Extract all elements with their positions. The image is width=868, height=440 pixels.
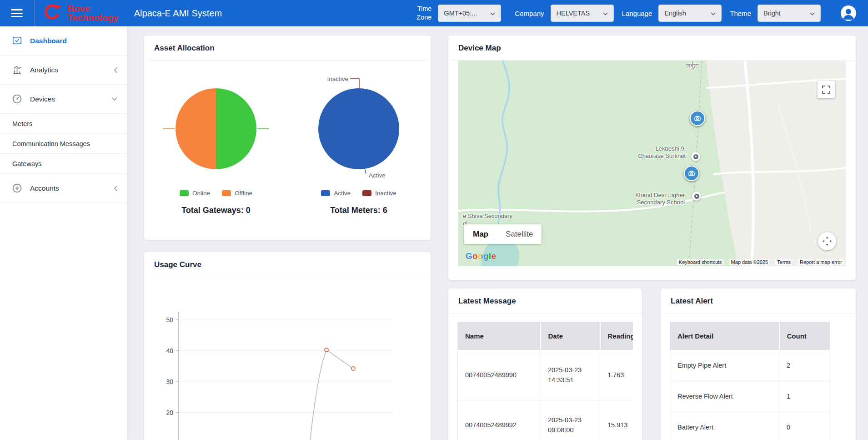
timezone-select[interactable]: GMT+05:... xyxy=(438,5,501,22)
pie-slice-offline xyxy=(176,88,216,169)
topbar-divider xyxy=(35,0,35,26)
stop-marker-1[interactable] xyxy=(691,152,700,161)
menu-toggle-button[interactable] xyxy=(11,8,25,18)
theme-select[interactable]: Bright xyxy=(758,5,821,22)
y-tick-40: 40 xyxy=(166,347,173,354)
map-fullscreen-button[interactable] xyxy=(818,81,835,98)
usage-curve-title: Usage Curve xyxy=(144,252,431,277)
sidebar-item-label: Accounts xyxy=(30,184,59,192)
report-map-error-link[interactable]: Report a map error xyxy=(798,259,844,265)
map-place-jarbuta: जर्बुटा xyxy=(686,62,699,70)
accounts-icon xyxy=(11,182,23,194)
chevron-left-icon xyxy=(114,67,118,73)
asset-allocation-title: Asset Allocation xyxy=(144,35,431,61)
map-type-control: Map Satellite xyxy=(464,224,542,244)
company-value: HELVETAS xyxy=(557,10,590,17)
table-row: Battery Alert 0 xyxy=(670,412,830,440)
column-header-alert-detail: Alert Detail xyxy=(670,322,779,350)
chevron-left-icon xyxy=(114,185,118,192)
sidebar-item-label: Devices xyxy=(30,95,55,103)
sidebar-item-label: Dashboard xyxy=(30,37,67,45)
total-meters: Total Meters: 6 xyxy=(330,206,387,215)
company-select[interactable]: HELVETAS xyxy=(551,5,614,22)
gateways-pie-block: Online Offline Total Gateways: 0 xyxy=(159,70,273,215)
pie-slice-active xyxy=(318,88,399,169)
cell-reading: 1.763 xyxy=(600,350,633,400)
map-type-satellite-button[interactable]: Satellite xyxy=(497,224,542,244)
google-logo[interactable]: Google xyxy=(466,251,496,261)
cell-name: 00740052489990 xyxy=(458,350,541,400)
map-pan-control[interactable] xyxy=(818,232,836,250)
latest-alert-title: Latest Alert xyxy=(661,288,856,314)
total-gateways: Total Gateways: 0 xyxy=(181,206,251,215)
devices-icon xyxy=(11,93,23,105)
timezone-label: Time Zone xyxy=(410,5,431,22)
cell-count: 1 xyxy=(779,381,830,412)
theme-value: Bright xyxy=(763,10,781,17)
cell-alert-detail: Empty Pipe Alert xyxy=(670,350,779,381)
cell-alert-detail: Reverse Flow Alert xyxy=(670,381,779,412)
language-select[interactable]: English xyxy=(658,5,722,22)
usage-marker-2 xyxy=(351,367,355,370)
user-avatar-button[interactable] xyxy=(840,5,857,22)
chevron-down-icon xyxy=(490,10,495,17)
inactive-callout-label: Inactive xyxy=(327,76,348,82)
sidebar-item-meters[interactable]: Meters xyxy=(0,114,127,134)
main-content: Asset Allocation Online xyxy=(127,26,868,440)
stop-marker-2[interactable] xyxy=(692,192,701,201)
column-header-name: Name xyxy=(458,322,541,350)
legend-item-offline: Offline xyxy=(222,190,252,197)
y-tick-20: 20 xyxy=(166,409,173,416)
sidebar-item-accounts[interactable]: Accounts xyxy=(0,174,127,203)
sidebar-item-analytics[interactable]: Analytics xyxy=(0,56,127,85)
analytics-icon xyxy=(11,64,23,76)
sidebar-subitem-label: Communication Messages xyxy=(12,140,90,147)
column-header-reading: Reading xyxy=(600,322,633,350)
app-title: Alpaca-E AMI System xyxy=(134,8,222,19)
fullscreen-icon xyxy=(822,86,830,94)
language-label: Language xyxy=(622,10,652,17)
brand-name-line1: Bove xyxy=(67,4,119,13)
chevron-down-icon xyxy=(603,10,608,17)
sidebar-item-communication-messages[interactable]: Communication Messages xyxy=(0,134,127,154)
cell-reading: 15.913 xyxy=(600,400,633,440)
meter-device-icon xyxy=(693,114,702,123)
device-marker-1[interactable] xyxy=(690,111,705,126)
map-canvas[interactable]: जर्बुटा Lekbeshi 9, Chaurase Surkhet Kha… xyxy=(458,61,846,266)
terms-link[interactable]: Terms xyxy=(775,259,793,265)
sidebar-item-label: Analytics xyxy=(30,66,58,74)
chevron-down-icon xyxy=(111,97,118,101)
sidebar-subitem-label: Gateways xyxy=(12,160,41,167)
theme-label: Theme xyxy=(730,10,751,17)
usage-curve-chart: 50 40 30 20 xyxy=(144,277,431,440)
map-data-text: Map data ©2025 xyxy=(729,259,770,265)
device-marker-2[interactable] xyxy=(684,166,699,181)
sidebar: Dashboard Analytics Devices Meters Commu… xyxy=(0,26,127,440)
cell-count: 0 xyxy=(779,412,830,440)
meters-pie-block: Inactive Active Active Inactiv xyxy=(302,70,416,215)
column-header-count: Count xyxy=(779,322,830,350)
gateways-legend: Online Offline xyxy=(180,190,252,197)
legend-item-inactive: Inactive xyxy=(362,190,396,197)
cell-count: 2 xyxy=(779,350,830,381)
language-value: English xyxy=(664,10,686,17)
timezone-value: GMT+05:... xyxy=(444,10,477,17)
sidebar-item-gateways[interactable]: Gateways xyxy=(0,154,127,174)
gateways-pie-chart xyxy=(159,70,273,188)
latest-message-title: Latest Message xyxy=(448,288,642,314)
y-tick-50: 50 xyxy=(166,316,173,324)
map-attribution: Keyboard shortcuts Map data ©2025 Terms … xyxy=(677,259,844,265)
cell-name: 00740052489992 xyxy=(458,400,541,440)
table-row: Reverse Flow Alert 1 xyxy=(670,381,830,412)
sidebar-item-dashboard[interactable]: Dashboard xyxy=(0,26,127,56)
legend-item-online: Online xyxy=(180,190,210,197)
legend-item-active: Active xyxy=(321,190,351,197)
latest-alert-card: Latest Alert Alert Detail Count Emp xyxy=(661,288,856,440)
map-place-lekbeshi: Lekbeshi 9, Chaurase Surkhet xyxy=(638,145,686,160)
map-type-map-button[interactable]: Map xyxy=(464,224,497,244)
device-map-title: Device Map xyxy=(448,35,856,61)
map-place-khand-devi: Khand Devi Higher Secondary School xyxy=(635,192,685,207)
sidebar-item-devices[interactable]: Devices xyxy=(0,85,127,114)
dashboard-icon xyxy=(11,35,23,47)
keyboard-shortcuts-link[interactable]: Keyboard shortcuts xyxy=(677,259,724,265)
